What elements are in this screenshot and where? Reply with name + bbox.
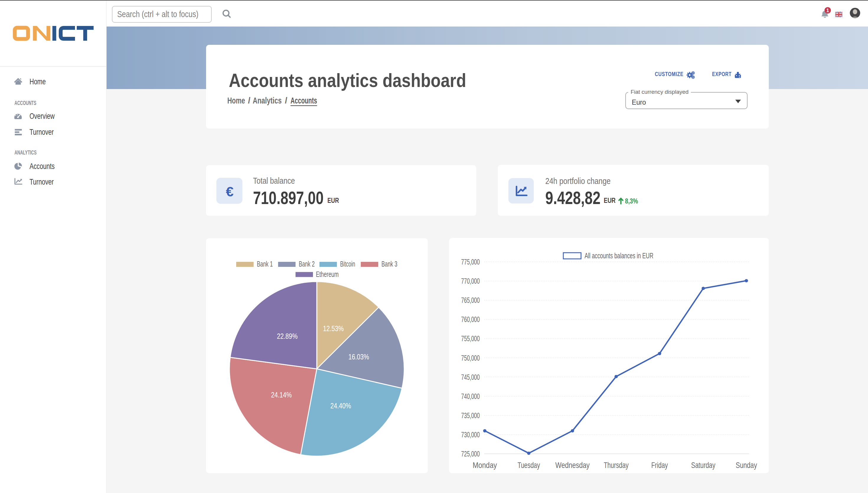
svg-text:ACCOUNTS: ACCOUNTS <box>15 100 36 106</box>
svg-text:740,000: 740,000 <box>461 392 480 401</box>
svg-text:750,000: 750,000 <box>461 353 480 362</box>
svg-text:Bank 1: Bank 1 <box>257 260 273 268</box>
svg-text:24h portfolio change: 24h portfolio change <box>545 176 610 186</box>
svg-text:Home: Home <box>227 96 245 105</box>
svg-text:Accounts: Accounts <box>290 96 317 105</box>
svg-text:Analytics: Analytics <box>253 96 282 105</box>
svg-text:Turnover: Turnover <box>29 177 54 186</box>
svg-text:Tuesday: Tuesday <box>518 460 540 470</box>
svg-text:Total balance: Total balance <box>253 176 295 186</box>
svg-text:760,000: 760,000 <box>461 315 480 324</box>
svg-text:745,000: 745,000 <box>461 373 480 382</box>
svg-text:All accounts balances in EUR: All accounts balances in EUR <box>585 252 653 260</box>
svg-text:Bank 2: Bank 2 <box>299 260 315 268</box>
svg-text:Euro: Euro <box>632 98 646 106</box>
svg-text:Home: Home <box>29 77 46 86</box>
svg-text:Friday: Friday <box>651 460 668 470</box>
svg-text:710.897,00: 710.897,00 <box>253 188 324 208</box>
svg-text:735,000: 735,000 <box>461 411 480 420</box>
svg-text:CUSTOMIZE: CUSTOMIZE <box>655 71 684 77</box>
svg-text:Wednesday: Wednesday <box>556 460 590 470</box>
svg-text:12.53%: 12.53% <box>323 324 344 333</box>
svg-text:Monday: Monday <box>473 460 497 470</box>
svg-text:EUR: EUR <box>604 196 615 204</box>
svg-text:Turnover: Turnover <box>29 127 54 136</box>
svg-text:Bank 3: Bank 3 <box>381 260 397 268</box>
svg-text:EUR: EUR <box>327 196 339 204</box>
svg-text:8,3%: 8,3% <box>625 197 638 205</box>
svg-text:Bitcoin: Bitcoin <box>340 260 355 268</box>
svg-text:22.89%: 22.89% <box>277 332 298 341</box>
svg-text:/: / <box>248 96 250 105</box>
svg-text:9.428,82: 9.428,82 <box>545 188 601 208</box>
svg-text:€: € <box>226 184 234 199</box>
svg-text:16.03%: 16.03% <box>348 352 369 361</box>
svg-text:Search (ctrl + alt to focus): Search (ctrl + alt to focus) <box>117 9 198 19</box>
svg-text:730,000: 730,000 <box>461 430 480 439</box>
svg-text:24.14%: 24.14% <box>271 390 292 399</box>
svg-text:Accounts: Accounts <box>29 162 55 171</box>
svg-text:Sunday: Sunday <box>736 460 757 470</box>
svg-text:Saturday: Saturday <box>691 460 715 470</box>
svg-text:/: / <box>285 96 287 105</box>
svg-text:ANALYTICS: ANALYTICS <box>15 149 37 156</box>
svg-text:770,000: 770,000 <box>461 277 480 285</box>
svg-text:725,000: 725,000 <box>461 449 480 458</box>
svg-text:765,000: 765,000 <box>461 296 480 305</box>
svg-text:EXPORT: EXPORT <box>712 71 732 77</box>
svg-text:Thursday: Thursday <box>604 460 629 470</box>
svg-text:Fiat currency displayed: Fiat currency displayed <box>631 89 688 95</box>
svg-text:Ethereum: Ethereum <box>316 270 339 278</box>
svg-text:Accounts analytics dashboard: Accounts analytics dashboard <box>229 70 466 91</box>
svg-text:1: 1 <box>826 8 829 13</box>
svg-text:24.40%: 24.40% <box>330 401 351 410</box>
svg-text:755,000: 755,000 <box>461 334 480 343</box>
svg-text:775,000: 775,000 <box>461 257 480 266</box>
svg-text:Overview: Overview <box>29 111 55 121</box>
